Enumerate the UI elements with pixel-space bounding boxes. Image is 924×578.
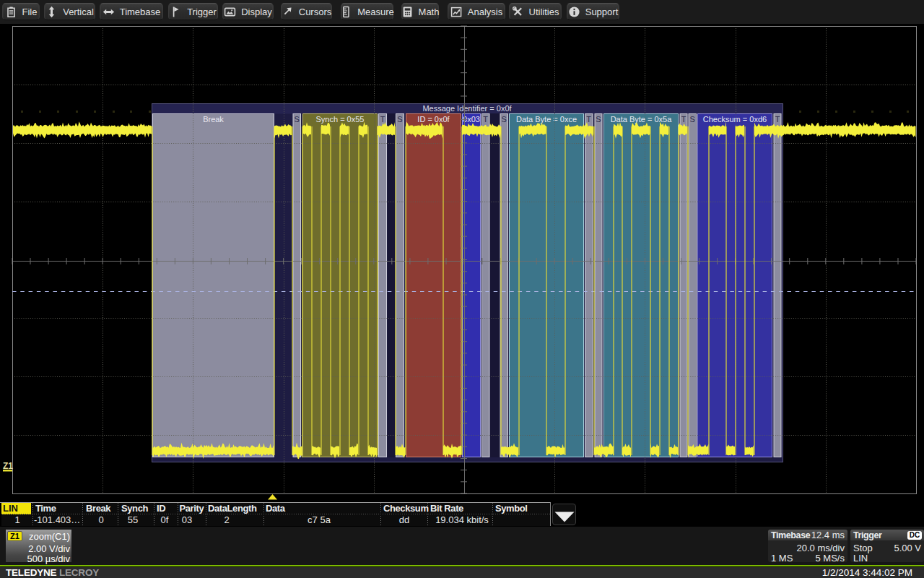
svg-text:S: S (596, 115, 601, 124)
svg-text:T: T (380, 115, 385, 124)
svg-text:T: T (586, 115, 591, 124)
svg-text:T: T (483, 115, 488, 124)
svg-text:Synch = 0x55: Synch = 0x55 (316, 115, 365, 124)
svg-text:Message Identifier = 0x0f: Message Identifier = 0x0f (422, 104, 512, 113)
svg-text:Z1: Z1 (3, 461, 13, 471)
svg-text:S: S (397, 115, 402, 124)
svg-text:Checksum = 0xd6: Checksum = 0xd6 (703, 115, 767, 124)
svg-text:S: S (690, 115, 695, 124)
svg-text:ID = 0x0f: ID = 0x0f (417, 115, 450, 124)
svg-text:T: T (775, 115, 780, 124)
svg-text:S: S (502, 115, 507, 124)
svg-text:S: S (295, 115, 300, 124)
svg-text:Break: Break (203, 115, 224, 124)
svg-text:Data Byte = 0xce: Data Byte = 0xce (516, 115, 577, 124)
svg-text:Data Byte = 0x5a: Data Byte = 0x5a (611, 115, 673, 124)
svg-text:T: T (681, 115, 687, 124)
svg-text:0x03: 0x03 (463, 115, 480, 124)
